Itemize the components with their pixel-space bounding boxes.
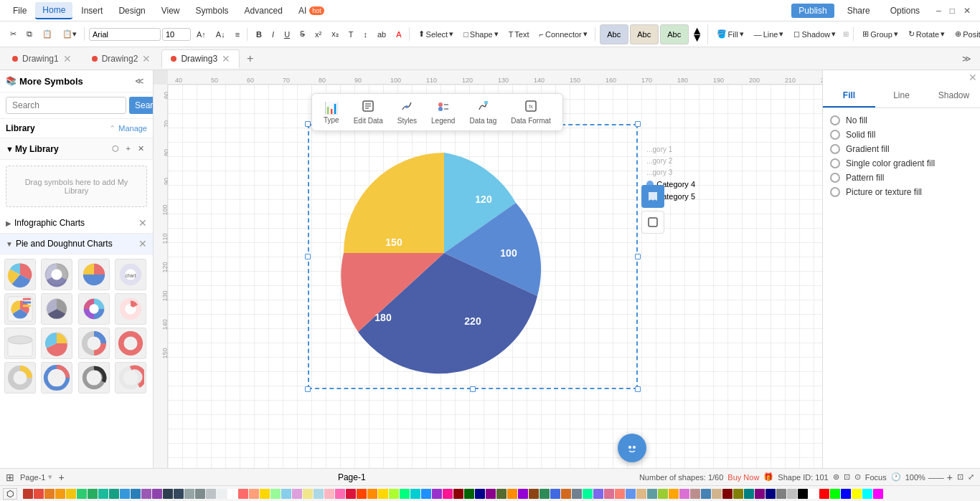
solid-fill-radio[interactable] (830, 130, 840, 140)
text-style-button[interactable]: T (344, 28, 358, 41)
color-swatch[interactable] (475, 489, 485, 499)
shape-button[interactable]: □ Shape ▾ (459, 27, 502, 41)
font-size-input[interactable] (162, 28, 191, 41)
color-swatch[interactable] (486, 489, 496, 499)
color-swatch[interactable] (583, 489, 593, 499)
copy-button[interactable]: ⧉ (22, 27, 37, 41)
color-swatch[interactable] (206, 489, 216, 499)
color-swatch[interactable] (217, 489, 227, 499)
chart-editdata-button[interactable]: Edit Data (347, 97, 390, 128)
color-swatch[interactable] (292, 489, 302, 499)
handle-bm[interactable] (470, 386, 476, 392)
tab-close-3[interactable]: ✕ (222, 53, 230, 65)
color-swatch[interactable] (324, 489, 334, 499)
style-shape-3[interactable]: Abc (660, 24, 689, 44)
font-color-button[interactable]: A (392, 28, 405, 41)
color-swatch[interactable] (496, 489, 507, 499)
color-swatch[interactable] (410, 489, 420, 499)
connector-button[interactable]: ⌐ Connector ▾ (535, 27, 592, 41)
color-swatch[interactable] (238, 489, 248, 499)
close-icon[interactable]: ✕ (960, 4, 974, 17)
shape-thumb-8[interactable] (115, 293, 146, 325)
color-swatch[interactable] (615, 489, 625, 499)
color-swatch[interactable] (314, 489, 324, 499)
color-swatch[interactable] (421, 489, 431, 499)
category-close-icon[interactable]: ✕ (138, 217, 147, 229)
color-swatch[interactable] (701, 489, 711, 499)
page-dropdown-icon[interactable]: ▾ (48, 472, 52, 482)
color-swatch[interactable] (400, 489, 410, 499)
line-button[interactable]: — Line ▾ (750, 27, 788, 41)
shape-thumb-6[interactable] (41, 293, 72, 325)
text-button[interactable]: T Text (504, 28, 534, 41)
shape-thumb-15[interactable] (78, 362, 110, 393)
maximize-icon[interactable]: □ (946, 4, 958, 17)
no-fill-option[interactable]: No fill (830, 115, 973, 125)
tab-drawing2[interactable]: Drawing2 ✕ (83, 49, 161, 68)
fit-screen-button[interactable]: ⊡ (957, 472, 963, 482)
menu-file[interactable]: File (6, 3, 34, 19)
pattern-fill-option[interactable]: Pattern fill (830, 173, 973, 183)
color-swatch[interactable] (131, 489, 141, 499)
color-swatch[interactable] (174, 489, 184, 499)
color-swatch[interactable] (507, 489, 517, 499)
shape-thumb-5[interactable] (4, 293, 36, 325)
shape-thumb-9[interactable] (4, 328, 36, 359)
color-swatch[interactable] (830, 489, 840, 499)
color-swatch[interactable] (44, 489, 55, 499)
paste-special-button[interactable]: 📋▾ (58, 27, 81, 41)
menu-view[interactable]: View (154, 3, 187, 19)
chart-dataformat-button[interactable]: fx Data Format (504, 97, 558, 128)
tab-expand-button[interactable]: ≫ (956, 51, 977, 67)
zoom-in-button[interactable]: + (947, 472, 953, 483)
fill-tab[interactable]: Fill (823, 85, 875, 108)
pie-doughnut-category[interactable]: ▼ Pie and Doughnut Charts ✕ (0, 234, 153, 254)
font-increase-button[interactable]: A↑ (192, 28, 210, 41)
rotate-button[interactable]: ↻ Rotate ▾ (904, 27, 949, 41)
color-swatch[interactable] (593, 489, 603, 499)
color-swatch[interactable] (152, 489, 162, 499)
color-swatch[interactable] (378, 489, 388, 499)
color-swatch[interactable] (432, 489, 442, 499)
layers-icon[interactable]: ⊚ (833, 472, 839, 482)
buy-now-link[interactable]: Buy Now (727, 473, 759, 482)
color-swatch[interactable] (679, 489, 689, 499)
pie-close-icon[interactable]: ✕ (138, 238, 147, 249)
color-swatch[interactable] (809, 489, 819, 499)
style-shape-2[interactable]: Abc (630, 24, 659, 44)
color-swatch[interactable] (733, 489, 743, 499)
fill-button[interactable]: 🪣 Fill ▾ (712, 27, 748, 41)
superscript-button[interactable]: x² (311, 28, 326, 41)
menu-insert[interactable]: Insert (74, 3, 110, 19)
color-swatch[interactable] (572, 489, 582, 499)
color-swatch[interactable] (540, 489, 550, 499)
ai-float-button[interactable] (618, 434, 646, 462)
tab-drawing3[interactable]: Drawing3 ✕ (161, 49, 240, 68)
shape-thumb-2[interactable] (41, 259, 72, 290)
group-button[interactable]: ⊞ Group ▾ (858, 27, 903, 41)
color-swatch[interactable] (141, 489, 151, 499)
shape-format-icon[interactable] (641, 211, 664, 234)
picture-fill-radio[interactable] (830, 187, 840, 197)
minimize-icon[interactable]: – (933, 4, 945, 17)
color-picker-button[interactable]: ⬡ (3, 488, 17, 500)
chart-styles-button[interactable]: Styles (390, 97, 424, 128)
page-icon[interactable]: ⊞ (6, 472, 14, 483)
add-page-button[interactable]: + (58, 472, 64, 483)
shape-thumb-11[interactable] (78, 328, 110, 359)
shape-thumb-1[interactable] (4, 259, 36, 290)
color-swatch[interactable] (776, 489, 786, 499)
align-button[interactable]: ≡ (231, 28, 244, 41)
infographic-charts-category[interactable]: ▶ Infographic Charts ✕ (0, 213, 153, 234)
tab-close-1[interactable]: ✕ (63, 53, 72, 65)
line-spacing-button[interactable]: ↕ (359, 28, 372, 41)
shadow-button[interactable]: ◻ Shadow ▾ (789, 27, 840, 41)
color-swatch[interactable] (120, 489, 130, 499)
gradient-fill-radio[interactable] (830, 144, 840, 154)
color-swatch[interactable] (249, 489, 259, 499)
shape-thumb-12[interactable] (115, 328, 146, 359)
my-library-export-button[interactable]: ⬡ (109, 143, 122, 155)
color-swatch[interactable] (195, 489, 205, 499)
chart-container[interactable]: 150 120 100 220 180 ...gory 1 ...gory 2 … (308, 124, 638, 389)
no-fill-radio[interactable] (830, 115, 840, 125)
